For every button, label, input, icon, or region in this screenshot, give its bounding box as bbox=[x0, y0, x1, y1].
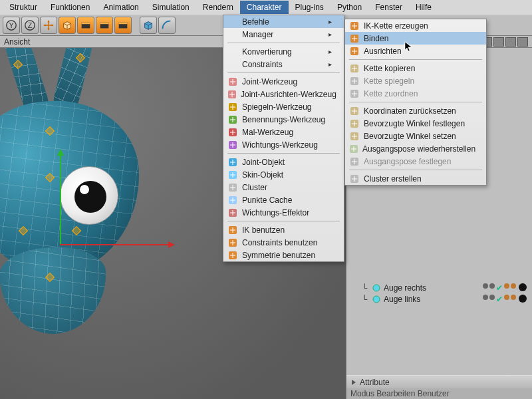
menuitem-bevorzugte-winkel-setzen[interactable]: Bevorzugte Winkel setzen bbox=[345, 130, 486, 142]
menu-struktur[interactable]: Struktur bbox=[3, 1, 44, 14]
tree-item[interactable]: └Auge links✔ bbox=[348, 293, 531, 305]
connector-icon: └ bbox=[360, 284, 369, 292]
menu-charakter[interactable]: Charakter bbox=[240, 1, 289, 14]
menuitem-cluster-erstellen[interactable]: Cluster erstellen bbox=[345, 172, 486, 185]
menuitem-punkte-cache[interactable]: Punkte Cache bbox=[223, 194, 344, 206]
menuitem-constraints-benutzen[interactable]: Constraints benutzen bbox=[223, 236, 344, 249]
menuitem-benennungs-werkzeug[interactable]: Benennungs-Werkzeug bbox=[223, 113, 344, 126]
mirror-icon bbox=[227, 102, 238, 112]
axis-y-icon bbox=[60, 151, 61, 244]
menu-python[interactable]: Python bbox=[331, 1, 368, 14]
menuitem-label: Cluster bbox=[242, 183, 267, 192]
menuitem-ik-benutzen[interactable]: IK benutzen bbox=[223, 223, 344, 236]
tree-label: Auge links bbox=[384, 295, 420, 304]
menuitem-bevorzugte-winkel-festlegen[interactable]: Bevorzugte Winkel festlegen bbox=[345, 117, 486, 130]
menuitem-label: Constraints bbox=[242, 60, 283, 69]
menubar: StrukturFunktionenAnimationSimulationRen… bbox=[0, 0, 532, 15]
menuitem-label: IK benutzen bbox=[242, 225, 285, 235]
weight-eff-icon bbox=[227, 207, 238, 218]
menuitem-mal-werkzeug[interactable]: Mal-Werkzeug bbox=[223, 126, 344, 138]
tree-flags[interactable]: ✔ bbox=[483, 283, 531, 293]
angle-set-icon bbox=[349, 131, 360, 142]
menuitem-spiegeln-werkzeug[interactable]: Spiegeln-Werkzeug bbox=[223, 100, 344, 113]
menuitem-ausrichten[interactable]: Ausrichten bbox=[345, 45, 486, 57]
menuitem-joint-objekt[interactable]: Joint-Objekt bbox=[223, 156, 344, 168]
menuitem-koordinaten-zur-cksetzen[interactable]: Koordinaten zurücksetzen bbox=[345, 104, 486, 117]
axis-y-button[interactable]: Y bbox=[3, 17, 20, 34]
tree-item[interactable]: └Auge rechts✔ bbox=[348, 282, 531, 293]
menu-rendern[interactable]: Rendern bbox=[196, 1, 240, 14]
menuitem-ausgangspose-wiederherstellen[interactable]: Ausgangspose wiederherstellen bbox=[345, 142, 486, 155]
menuitem-label: Bevorzugte Winkel setzen bbox=[364, 132, 456, 141]
befehle-submenu[interactable]: IK-Kette erzeugenBindenAusrichtenKette k… bbox=[344, 19, 487, 186]
menuitem-symmetrie-benutzen[interactable]: Symmetrie benutzen bbox=[223, 249, 344, 261]
menuitem-joint-werkzeug[interactable]: Joint-Werkzeug bbox=[223, 75, 344, 88]
mirror-chain-icon bbox=[349, 76, 360, 86]
pose-set-icon bbox=[349, 156, 360, 167]
menuitem-label: Ausgangspose wiederherstellen bbox=[362, 144, 475, 154]
menu-simulation[interactable]: Simulation bbox=[146, 1, 196, 14]
menuitem-binden[interactable]: Binden bbox=[345, 32, 486, 45]
cluster-create-icon bbox=[349, 174, 360, 184]
menuitem-wichtungs-effektor[interactable]: Wichtungs-Effektor bbox=[223, 206, 344, 219]
svg-point-10 bbox=[373, 285, 380, 291]
menuitem-ik-kette-erzeugen[interactable]: IK-Kette erzeugen bbox=[345, 19, 486, 32]
menuitem-label: Kette kopieren bbox=[364, 64, 415, 73]
menuitem-wichtungs-werkzeug[interactable]: Wichtungs-Werkzeug bbox=[223, 138, 344, 151]
render-1-button[interactable] bbox=[77, 17, 94, 34]
blank-icon bbox=[227, 17, 238, 27]
charakter-menu[interactable]: BefehleManagerKonvertierungConstraintsJo… bbox=[223, 15, 344, 262]
pose-restore-icon bbox=[349, 144, 358, 154]
render-3-button[interactable] bbox=[114, 17, 132, 34]
arc-tool-button[interactable] bbox=[158, 17, 176, 34]
menuitem-manager[interactable]: Manager bbox=[223, 28, 344, 41]
menuitem-joint-ausrichten-werkzeug[interactable]: Joint-Ausrichten-Werkzeug bbox=[223, 88, 344, 100]
viewport-nav-2[interactable] bbox=[493, 37, 504, 47]
viewport-nav-4[interactable] bbox=[517, 37, 528, 47]
menuitem-befehle[interactable]: Befehle bbox=[223, 15, 344, 28]
svg-point-11 bbox=[373, 296, 380, 303]
menuitem-label: Binden bbox=[364, 34, 388, 43]
menuitem-label: Spiegeln-Werkzeug bbox=[242, 102, 312, 112]
menuitem-skin-objekt[interactable]: Skin-Objekt bbox=[223, 168, 344, 181]
attribute-modes[interactable]: Modus Bearbeiten Benutzer bbox=[346, 388, 532, 399]
joint-align-icon bbox=[227, 89, 237, 100]
character-mesh[interactable] bbox=[0, 101, 140, 274]
menu-funktionen[interactable]: Funktionen bbox=[44, 1, 96, 14]
render-2-button[interactable] bbox=[96, 17, 113, 34]
tree-flags[interactable]: ✔ bbox=[483, 295, 531, 304]
connector-icon: └ bbox=[360, 295, 369, 303]
align-icon bbox=[349, 46, 360, 57]
axis-z-button[interactable]: Z bbox=[21, 17, 39, 34]
point-cache-icon bbox=[227, 195, 238, 205]
menuitem-label: Cluster erstellen bbox=[364, 174, 422, 184]
menu-plug-ins[interactable]: Plug-ins bbox=[289, 1, 331, 14]
joint-obj-icon bbox=[227, 157, 238, 168]
svg-rect-5 bbox=[82, 23, 90, 25]
menuitem-cluster[interactable]: Cluster bbox=[223, 181, 344, 194]
menu-hilfe[interactable]: Hilfe bbox=[409, 1, 438, 14]
move-tool-button[interactable] bbox=[40, 17, 57, 34]
menuitem-label: Kette zuordnen bbox=[364, 89, 418, 98]
menuitem-konvertierung[interactable]: Konvertierung bbox=[223, 45, 344, 58]
bind-icon bbox=[349, 33, 360, 44]
menu-fenster[interactable]: Fenster bbox=[368, 1, 409, 14]
svg-rect-7 bbox=[100, 23, 109, 25]
svg-text:Y: Y bbox=[9, 21, 13, 29]
menuitem-constraints[interactable]: Constraints bbox=[223, 58, 344, 70]
skin-icon bbox=[227, 170, 238, 180]
cube-blue-button[interactable] bbox=[140, 17, 157, 34]
menuitem-label: Wichtungs-Effektor bbox=[242, 208, 309, 217]
menuitem-label: Benennungs-Werkzeug bbox=[242, 115, 325, 124]
svg-text:Z: Z bbox=[28, 21, 33, 29]
menuitem-kette-kopieren[interactable]: Kette kopieren bbox=[345, 62, 486, 74]
menuitem-label: Koordinaten zurücksetzen bbox=[364, 106, 456, 116]
sphere-icon bbox=[372, 295, 381, 303]
viewport-nav-3[interactable] bbox=[505, 37, 516, 47]
menuitem-label: Ausgangspose festlegen bbox=[364, 157, 451, 166]
ik-chain-icon bbox=[349, 21, 360, 31]
cube-primitive-button[interactable] bbox=[59, 17, 76, 34]
cluster-icon bbox=[227, 182, 238, 193]
attribute-header[interactable]: Attribute bbox=[346, 375, 532, 388]
menu-animation[interactable]: Animation bbox=[96, 1, 145, 14]
